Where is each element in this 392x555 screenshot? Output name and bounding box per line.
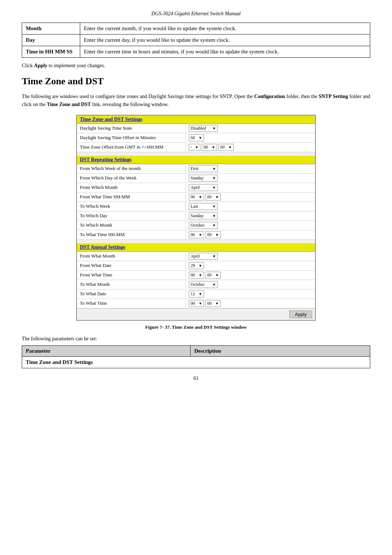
ann-from-month-value: April ▼ <box>186 252 315 261</box>
ann-to-time-hh-select[interactable]: 00 ▼ <box>189 300 204 307</box>
desc-header: Description <box>191 345 370 356</box>
ann-to-date-label: To What Date <box>77 290 186 298</box>
rep-to-day-value: Sunday ▼ <box>186 211 315 220</box>
dst-repeating-header: DST Repeating Settings <box>77 156 315 164</box>
rep-row-to-month: To Which Month October ▼ <box>77 221 315 230</box>
rep-row-to-day: To Which Day Sunday ▼ <box>77 211 315 221</box>
figure-caption: Figure 7- 37. Time Zone and DST Settings… <box>22 324 370 330</box>
param-desc: Enter the current month, if you would li… <box>80 23 370 35</box>
ann-from-date-arrow: ▼ <box>197 264 202 268</box>
tz-row-dst-offset-value: 60 ▼ <box>186 133 315 142</box>
ann-row-to-time: To What Time 00 ▼ 00 ▼ <box>77 299 315 308</box>
gmt-sign-select[interactable]: - ▼ <box>189 144 200 151</box>
to-time-hh-arrow: ▼ <box>197 233 202 237</box>
ann-to-time-mm-select[interactable]: 00 ▼ <box>205 300 221 307</box>
ann-to-time-hh-text: 00 <box>191 301 195 306</box>
tz-row-gmt-offset-label: Time Zone Offset:from GMT in +/-HH:MM <box>77 143 186 151</box>
apply-button[interactable]: Apply <box>289 311 312 318</box>
table-row: MonthEnter the current month, if you wou… <box>22 23 370 35</box>
gmt-sign-text: - <box>191 145 192 150</box>
to-day-text: Sunday <box>191 213 204 219</box>
ann-from-time-hh-select[interactable]: 00 ▼ <box>189 272 204 279</box>
ann-to-time-hh-arrow: ▼ <box>197 301 202 305</box>
doc-title: DGS-3024 Gigabit Ethernet Switch Manual <box>22 11 370 17</box>
ann-to-month-select[interactable]: October ▼ <box>189 281 218 288</box>
gmt-hh-text: 06 <box>204 145 208 150</box>
section-heading: Time Zone and DST <box>22 76 370 87</box>
ann-from-time-mm-select[interactable]: 00 ▼ <box>205 272 221 279</box>
from-month-select[interactable]: April ▼ <box>189 184 218 191</box>
from-month-text: April <box>191 185 200 190</box>
rep-to-time-value: 00 ▼ 00 ▼ <box>186 230 315 239</box>
param-label: Time in HH MM SS <box>22 46 80 58</box>
tz-row-gmt-offset: Time Zone Offset:from GMT in +/-HH:MM - … <box>77 143 315 152</box>
to-month-text: October <box>191 223 205 228</box>
following-text: The following parameters can be set: <box>22 336 370 342</box>
ann-to-month-arrow: ▼ <box>211 283 216 287</box>
to-week-arrow: ▼ <box>211 204 216 208</box>
to-time-mm-arrow: ▼ <box>214 233 219 237</box>
ann-to-date-select[interactable]: 12 ▼ <box>189 291 204 297</box>
from-week-text: First <box>191 166 199 171</box>
table-row: DayEnter the current day, if you would l… <box>22 35 370 46</box>
from-day-text: Sunday <box>191 175 204 181</box>
dst-state-text: Disabled <box>191 126 206 131</box>
ann-row-from-time: From What Time 00 ▼ 00 ▼ <box>77 271 315 280</box>
ann-from-time-hh-text: 00 <box>191 272 195 278</box>
from-week-select[interactable]: First ▼ <box>189 165 218 172</box>
dst-offset-select[interactable]: 60 ▼ <box>189 134 204 141</box>
to-time-mm-text: 00 <box>207 232 212 238</box>
rep-to-month-value: October ▼ <box>186 221 315 230</box>
to-time-mm-select[interactable]: 00 ▼ <box>205 231 221 238</box>
apply-instruction: Click Apply to implement your changes. <box>22 63 370 69</box>
ann-from-time-mm-arrow: ▼ <box>214 273 219 277</box>
rep-from-week-label: From Which Week of the month <box>77 165 186 173</box>
rep-from-day-value: Sunday ▼ <box>186 174 315 183</box>
ann-row-from-date: From What Date 29 ▼ <box>77 261 315 271</box>
tz-row-dst-state-label: Daylight Saving Time State <box>77 124 186 132</box>
ann-to-month-text: October <box>191 282 205 287</box>
page-number: 61 <box>22 376 370 381</box>
to-day-select[interactable]: Sunday ▼ <box>189 212 218 219</box>
intro-paragraph: The following are windows used to config… <box>22 93 370 109</box>
to-week-select[interactable]: Last ▼ <box>189 203 218 210</box>
bottom-parameters-table: Parameter Description Time Zone and DST … <box>22 345 370 368</box>
table-row: Time Zone and DST Settings <box>22 356 370 368</box>
from-day-select[interactable]: Sunday ▼ <box>189 175 218 182</box>
rep-row-from-week: From Which Week of the month First ▼ <box>77 164 315 174</box>
ann-row-from-month: From What Month April ▼ <box>77 252 315 261</box>
dst-offset-arrow: ▼ <box>197 136 202 140</box>
to-month-select[interactable]: October ▼ <box>189 222 218 229</box>
tz-dst-header: Time Zone and DST Settings <box>77 116 315 124</box>
tz-row-dst-state-value: Disabled ▼ <box>186 124 315 133</box>
ann-row-to-month: To What Month October ▼ <box>77 280 315 289</box>
ann-from-month-select[interactable]: April ▼ <box>189 253 218 260</box>
ann-from-month-label: From What Month <box>77 252 186 260</box>
dst-state-select[interactable]: Disabled ▼ <box>189 125 218 132</box>
from-time-hh-select[interactable]: 00 ▼ <box>189 194 204 200</box>
rep-row-to-week: To Which Week Last ▼ <box>77 202 315 211</box>
from-time-mm-select[interactable]: 00 ▼ <box>205 194 221 200</box>
ann-to-month-label: To What Month <box>77 280 186 288</box>
tz-row-gmt-offset-value: - ▼ 06 ▼ 00 ▼ <box>186 143 315 152</box>
gmt-mm-select[interactable]: 00 ▼ <box>219 144 234 151</box>
gmt-hh-select[interactable]: 06 ▼ <box>202 144 217 151</box>
to-month-arrow: ▼ <box>211 223 216 227</box>
from-time-mm-arrow: ▼ <box>214 195 219 199</box>
rep-row-from-month: From Which Month April ▼ <box>77 183 315 193</box>
to-time-hh-select[interactable]: 00 ▼ <box>189 231 204 238</box>
settings-window: Time Zone and DST Settings Daylight Savi… <box>76 115 316 321</box>
rep-from-week-value: First ▼ <box>186 164 315 173</box>
ann-from-date-select[interactable]: 29 ▼ <box>189 262 204 269</box>
ann-from-date-label: From What Date <box>77 262 186 270</box>
to-week-text: Last <box>191 204 198 209</box>
dst-annual-header: DST Annual Settings <box>77 243 315 252</box>
rep-from-month-label: From Which Month <box>77 183 186 191</box>
rep-to-month-label: To Which Month <box>77 221 186 229</box>
gmt-mm-arrow: ▼ <box>227 145 232 149</box>
dst-offset-text: 60 <box>191 135 195 141</box>
ann-to-time-mm-arrow: ▼ <box>214 301 219 305</box>
rep-from-time-label: From What Time HH:MM <box>77 193 186 201</box>
param-desc: Enter the current time in hours and minu… <box>80 46 370 58</box>
rep-from-day-label: From Which Day of the Week <box>77 174 186 182</box>
